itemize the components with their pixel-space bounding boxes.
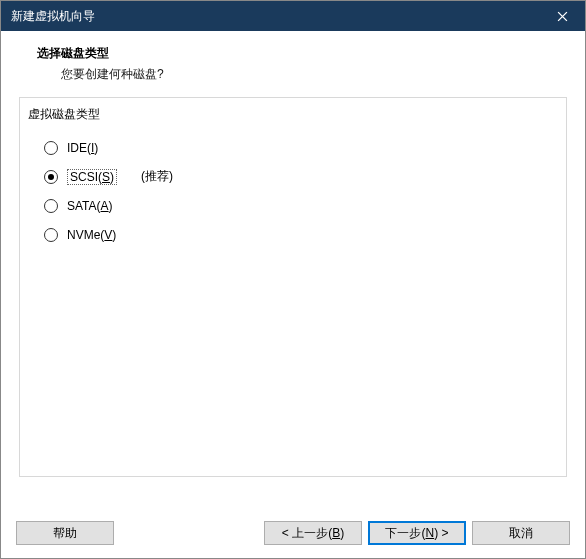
wizard-header: 选择磁盘类型 您要创建何种磁盘?: [1, 31, 585, 97]
radio-option-nvme[interactable]: NVMe(V): [44, 220, 566, 249]
radio-icon: [44, 170, 58, 184]
radio-option-sata[interactable]: SATA(A): [44, 191, 566, 220]
radio-label: NVMe(V): [67, 228, 116, 242]
titlebar: 新建虚拟机向导: [1, 1, 585, 31]
radio-icon: [44, 199, 58, 213]
radio-option-ide[interactable]: IDE(I): [44, 133, 566, 162]
next-button[interactable]: 下一步(N) >: [368, 521, 466, 545]
radio-label: SCSI(S): [67, 169, 117, 185]
page-title: 选择磁盘类型: [37, 45, 565, 62]
page-subtitle: 您要创建何种磁盘?: [61, 66, 565, 83]
close-button[interactable]: [540, 1, 585, 31]
cancel-button[interactable]: 取消: [472, 521, 570, 545]
radio-label: IDE(I): [67, 141, 98, 155]
close-icon: [557, 11, 568, 22]
radio-label: SATA(A): [67, 199, 113, 213]
group-label: 虚拟磁盘类型: [20, 98, 566, 133]
wizard-footer: 帮助 < 上一步(B) 下一步(N) > 取消: [0, 521, 586, 545]
window-title: 新建虚拟机向导: [11, 8, 95, 25]
footer-actions: < 上一步(B) 下一步(N) > 取消: [264, 521, 570, 545]
recommended-hint: (推荐): [141, 168, 173, 185]
radio-option-scsi[interactable]: SCSI(S) (推荐): [44, 162, 566, 191]
radio-icon: [44, 228, 58, 242]
radio-group-disk-type: IDE(I) SCSI(S) (推荐) SATA(A) NVMe(V): [20, 133, 566, 249]
help-button[interactable]: 帮助: [16, 521, 114, 545]
content-panel: 虚拟磁盘类型 IDE(I) SCSI(S) (推荐) SATA(A) NVMe(…: [19, 97, 567, 477]
back-button[interactable]: < 上一步(B): [264, 521, 362, 545]
radio-icon: [44, 141, 58, 155]
